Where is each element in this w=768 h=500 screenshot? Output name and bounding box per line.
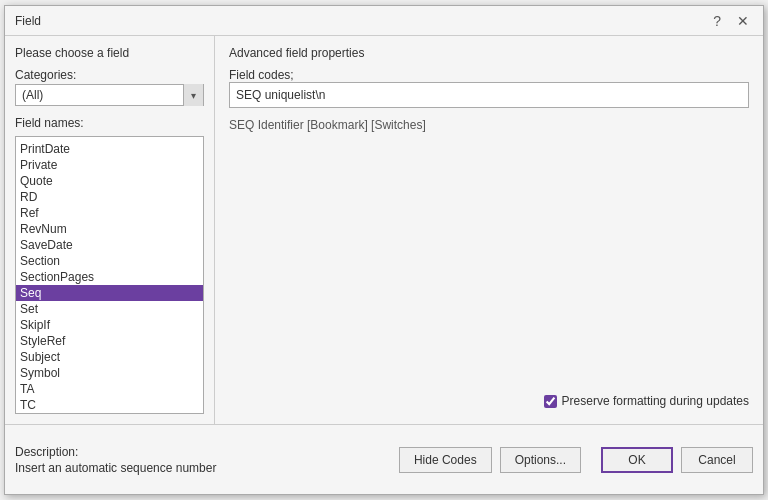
close-button[interactable]: ✕ <box>733 14 753 28</box>
field-codes-section: Field codes; <box>229 68 749 108</box>
left-action-buttons: Hide Codes Options... <box>399 447 581 473</box>
field-list-item[interactable]: Set <box>16 301 203 317</box>
field-codes-input[interactable] <box>229 82 749 108</box>
right-panel: Advanced field properties Field codes; S… <box>215 36 763 424</box>
field-list-item[interactable]: StyleRef <box>16 333 203 349</box>
field-list: PrintPrintDatePrivateQuoteRDRefRevNumSav… <box>16 137 203 413</box>
field-list-item[interactable]: RevNum <box>16 221 203 237</box>
field-list-wrapper: PrintPrintDatePrivateQuoteRDRefRevNumSav… <box>15 136 204 414</box>
left-panel-title: Please choose a field <box>15 46 204 60</box>
field-list-item[interactable]: SaveDate <box>16 237 203 253</box>
help-button[interactable]: ? <box>709 14 725 28</box>
preserve-row: Preserve formatting during updates <box>544 394 749 408</box>
description-section: Description: Insert an automatic sequenc… <box>15 445 399 475</box>
options-button[interactable]: Options... <box>500 447 581 473</box>
field-syntax: SEQ Identifier [Bookmark] [Switches] <box>229 118 749 132</box>
categories-arrow-icon[interactable]: ▾ <box>183 84 203 106</box>
preserve-checkbox[interactable] <box>544 395 557 408</box>
field-list-item[interactable]: Section <box>16 253 203 269</box>
left-panel: Please choose a field Categories: (All) … <box>5 36 215 424</box>
categories-dropdown[interactable]: (All) ▾ <box>15 84 204 106</box>
field-list-item[interactable]: Symbol <box>16 365 203 381</box>
field-list-item[interactable]: RD <box>16 189 203 205</box>
title-bar: Field ? ✕ <box>5 6 763 36</box>
description-title: Description: <box>15 445 399 459</box>
field-codes-label: Field codes; <box>229 68 749 82</box>
field-list-item[interactable]: Private <box>16 157 203 173</box>
field-list-item[interactable]: SectionPages <box>16 269 203 285</box>
confirm-buttons: OK Cancel <box>601 447 753 473</box>
categories-label: Categories: <box>15 68 204 82</box>
hide-codes-button[interactable]: Hide Codes <box>399 447 492 473</box>
dialog-body: Please choose a field Categories: (All) … <box>5 36 763 424</box>
preserve-checkbox-wrapper: Preserve formatting during updates <box>544 394 749 408</box>
spacer <box>229 140 749 386</box>
field-list-item[interactable]: Ref <box>16 205 203 221</box>
bottom-bar: Description: Insert an automatic sequenc… <box>5 424 763 494</box>
field-list-item[interactable]: Seq <box>16 285 203 301</box>
cancel-button[interactable]: Cancel <box>681 447 753 473</box>
ok-button[interactable]: OK <box>601 447 673 473</box>
field-names-label: Field names: <box>15 116 204 130</box>
field-list-item[interactable]: TA <box>16 381 203 397</box>
field-list-item[interactable]: SkipIf <box>16 317 203 333</box>
field-list-item[interactable]: Subject <box>16 349 203 365</box>
categories-value: (All) <box>16 88 183 102</box>
field-dialog: Field ? ✕ Please choose a field Categori… <box>4 5 764 495</box>
dialog-title: Field <box>15 14 41 28</box>
field-list-item[interactable]: Quote <box>16 173 203 189</box>
title-bar-controls: ? ✕ <box>709 14 753 28</box>
preserve-label[interactable]: Preserve formatting during updates <box>562 394 749 408</box>
description-text: Insert an automatic sequence number <box>15 461 399 475</box>
field-list-item[interactable]: PrintDate <box>16 141 203 157</box>
categories-section: Categories: (All) ▾ <box>15 68 204 106</box>
right-panel-title: Advanced field properties <box>229 46 749 60</box>
field-list-item[interactable]: TC <box>16 397 203 413</box>
